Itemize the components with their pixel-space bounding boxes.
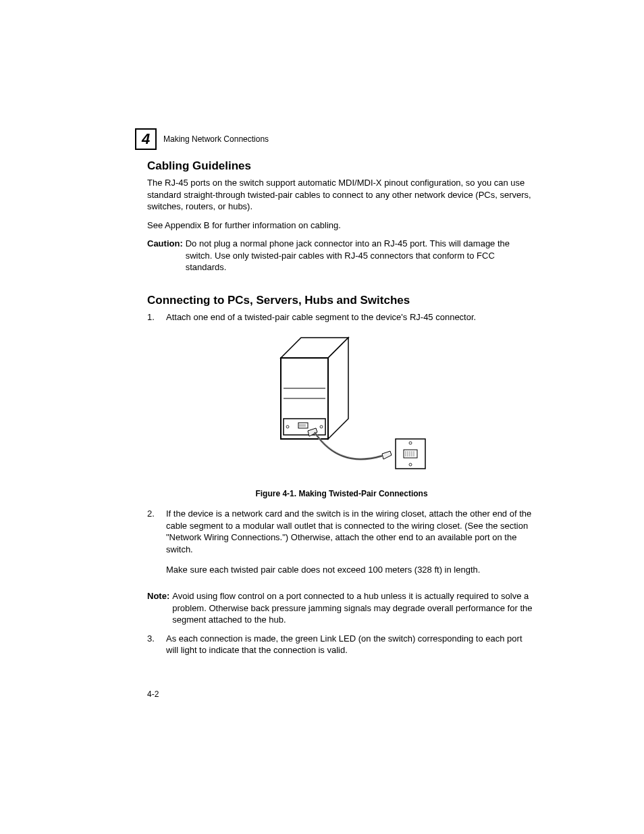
- list-body: If the device is a network card and the …: [166, 508, 536, 555]
- chapter-badge: 4: [135, 128, 157, 150]
- page-number: 4-2: [147, 689, 159, 699]
- note-block: Note: Avoid using flow control on a port…: [147, 590, 536, 626]
- caution-label: Caution:: [147, 238, 186, 273]
- list-item: 3. As each connection is made, the green…: [147, 633, 536, 656]
- svg-marker-15: [382, 451, 392, 459]
- list-body: Make sure each twisted pair cable does n…: [166, 564, 536, 576]
- figure-caption: Figure 4-1. Making Twisted-Pair Connecti…: [147, 489, 536, 498]
- list-item: 2. If the device is a network card and t…: [147, 508, 536, 583]
- section-title-connecting: Connecting to PCs, Servers, Hubs and Swi…: [147, 294, 536, 307]
- chapter-title: Making Network Connections: [163, 134, 269, 144]
- list-number: 2.: [147, 508, 166, 583]
- body-text: The RJ-45 ports on the switch support au…: [147, 177, 536, 213]
- section-title-cabling: Cabling Guidelines: [147, 159, 536, 173]
- note-label: Note:: [147, 590, 172, 626]
- list-body: Attach one end of a twisted-pair cable s…: [166, 311, 536, 323]
- list-number: 1.: [147, 311, 166, 323]
- list-item: 1. Attach one end of a twisted-pair cabl…: [147, 311, 536, 323]
- twisted-pair-diagram-icon: [254, 331, 429, 479]
- page-header: 4 Making Network Connections: [135, 128, 269, 150]
- list-number: 3.: [147, 633, 166, 656]
- figure-4-1: Figure 4-1. Making Twisted-Pair Connecti…: [147, 331, 536, 498]
- body-text: See Appendix B for further information o…: [147, 219, 536, 232]
- chapter-number: 4: [142, 130, 150, 148]
- caution-block: Caution: Do not plug a normal phone jack…: [147, 238, 536, 273]
- list-body: As each connection is made, the green Li…: [166, 633, 536, 656]
- note-text: Avoid using flow control on a port conne…: [172, 590, 536, 626]
- caution-text: Do not plug a normal phone jack connecto…: [186, 238, 536, 273]
